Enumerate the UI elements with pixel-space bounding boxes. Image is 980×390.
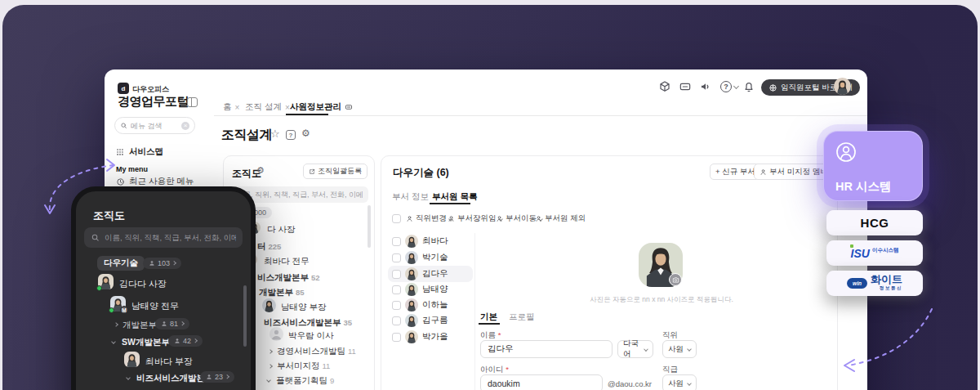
detail-tab-profile[interactable]: 프로필 bbox=[509, 312, 535, 323]
card-icon[interactable] bbox=[679, 80, 692, 93]
member-row-selected[interactable]: 김다우 bbox=[388, 266, 473, 282]
online-status-dot bbox=[96, 285, 102, 291]
member-row[interactable]: 남태양 bbox=[388, 281, 473, 298]
row-checkbox[interactable] bbox=[392, 301, 401, 310]
scrollbar[interactable] bbox=[368, 205, 371, 248]
row-checkbox[interactable] bbox=[392, 316, 401, 325]
toolbar-remove-member[interactable]: 부서원 제외 bbox=[535, 213, 586, 224]
sidebar-item-service-map[interactable]: 서비스맵 bbox=[116, 146, 163, 158]
person-icon bbox=[448, 215, 455, 222]
chevron-down-icon[interactable] bbox=[266, 378, 271, 383]
isu-logo-card[interactable]: ISU 이수시스템 bbox=[826, 240, 923, 266]
camera-icon[interactable] bbox=[669, 273, 682, 286]
help-icon[interactable]: ? bbox=[720, 81, 732, 92]
member-count-badge[interactable]: 103 bbox=[143, 258, 181, 269]
avatar-placeholder bbox=[270, 327, 283, 341]
white-oval-logo: win bbox=[847, 278, 867, 289]
menu-search-box[interactable]: × bbox=[114, 117, 195, 134]
tree-dept-row[interactable]: 개발본부 bbox=[122, 320, 157, 331]
member-row[interactable]: 박기술 bbox=[388, 249, 473, 266]
tree-person-row[interactable]: 김다다 사장 bbox=[119, 278, 167, 290]
id-input[interactable] bbox=[480, 374, 603, 390]
tab-org-design[interactable]: 조직 설계× bbox=[245, 101, 290, 113]
root-org-chip[interactable]: 다우기술 bbox=[97, 256, 145, 271]
tree-dept-row[interactable]: 터225 bbox=[257, 241, 281, 253]
person-icon bbox=[206, 374, 212, 380]
toolbar-delegate-head[interactable]: 부서장위임 bbox=[448, 213, 502, 224]
chevron-down-icon[interactable] bbox=[111, 339, 116, 344]
member-row[interactable]: 김구름 bbox=[388, 312, 473, 329]
chevron-right-icon[interactable] bbox=[114, 322, 118, 327]
tree-person-row[interactable]: 남태양 부장 bbox=[281, 302, 326, 313]
tree-person-row[interactable]: 박우람 이사 bbox=[288, 330, 333, 342]
sidebar-item-recent-menu[interactable]: 최근 사용한 메뉴 bbox=[116, 176, 194, 187]
org-chart-mobile-panel: 조직도 다우기술 103 김다다 사장 M 남태양 전무 개발본부 81 SW개… bbox=[71, 186, 256, 390]
page-settings-gear-icon[interactable]: ⚙ bbox=[301, 128, 310, 139]
row-checkbox[interactable] bbox=[392, 253, 401, 262]
tree-person-row[interactable]: 남태양 전무 bbox=[131, 300, 179, 312]
grade-select[interactable]: 사원 bbox=[662, 374, 697, 390]
toolbar-change-position[interactable]: 직위변경 bbox=[406, 213, 452, 224]
tree-person-row[interactable]: 다 사장 bbox=[267, 224, 295, 235]
scrollbar[interactable] bbox=[243, 285, 247, 347]
member-count-badge[interactable]: 42 bbox=[168, 335, 203, 347]
language-select[interactable]: 다국어 bbox=[617, 340, 653, 358]
clock-icon bbox=[116, 177, 125, 186]
white-logo-card[interactable]: win 화이트 정보통신 bbox=[826, 271, 923, 296]
org-settings-gear-icon[interactable]: ⚙ bbox=[256, 165, 265, 176]
avatar bbox=[262, 298, 276, 312]
tree-team-row[interactable]: 부서미지정11 bbox=[277, 361, 330, 372]
leaf-icon bbox=[850, 244, 853, 248]
member-row[interactable]: 이하늘 bbox=[388, 297, 473, 313]
avatar bbox=[98, 274, 114, 289]
announcement-speaker-icon[interactable] bbox=[699, 80, 712, 93]
row-checkbox[interactable] bbox=[392, 270, 401, 279]
chevron-right-icon[interactable] bbox=[268, 364, 273, 369]
close-icon[interactable]: × bbox=[235, 103, 240, 112]
tree-person-row[interactable]: 최바다 전무 bbox=[264, 256, 309, 267]
mobile-search-box[interactable] bbox=[84, 227, 243, 248]
active-tab-underline bbox=[430, 203, 470, 204]
menu-search-input[interactable] bbox=[131, 122, 178, 130]
position-select[interactable]: 사원 bbox=[662, 340, 697, 358]
apps-cube-icon[interactable] bbox=[658, 80, 671, 93]
page-help-icon[interactable]: ? bbox=[286, 130, 296, 140]
member-count-badge[interactable]: 81 bbox=[155, 318, 189, 329]
member-row[interactable]: 박가을 bbox=[388, 329, 473, 345]
favorite-star-icon[interactable]: ☆ bbox=[270, 128, 280, 140]
tree-dept-row[interactable]: SW개발본부 bbox=[122, 337, 170, 348]
recent-menu-label: 최근 사용한 메뉴 bbox=[129, 176, 194, 187]
tab-member-list[interactable]: 부서원 목록 bbox=[432, 191, 477, 203]
clear-search-icon[interactable]: × bbox=[181, 122, 189, 130]
chevron-down-icon[interactable] bbox=[126, 375, 131, 380]
tree-dept-row[interactable]: 비스개발본부52 bbox=[257, 272, 320, 284]
tab-home[interactable]: 홈× bbox=[223, 101, 239, 113]
bulk-register-button[interactable]: 조직일괄등록 bbox=[303, 164, 368, 179]
person-icon bbox=[406, 215, 413, 222]
tab-employee-info[interactable]: 사원정보관리 bbox=[290, 101, 353, 113]
tree-team-row[interactable]: 경영서비스개발팀11 bbox=[277, 346, 356, 357]
row-checkbox[interactable] bbox=[392, 285, 401, 294]
row-checkbox[interactable] bbox=[392, 237, 401, 246]
tree-dept-row[interactable]: 개발본부85 bbox=[259, 287, 305, 298]
name-input[interactable] bbox=[480, 340, 612, 358]
hr-system-card[interactable]: HR 시스템 bbox=[823, 131, 923, 201]
tab-dept-info[interactable]: 부서 정보 bbox=[392, 191, 429, 203]
hcg-logo-card[interactable]: HCG bbox=[826, 210, 923, 235]
member-count-badge[interactable]: 23 bbox=[200, 371, 234, 383]
member-row[interactable]: 최바다 bbox=[388, 233, 473, 249]
tree-person-row[interactable]: 최바다 부장 bbox=[145, 356, 193, 368]
tree-team-row[interactable]: 플랫폼기획팀9 bbox=[276, 375, 334, 387]
org-search-input[interactable] bbox=[236, 191, 363, 199]
select-all-checkbox[interactable] bbox=[392, 214, 401, 223]
tab-org-design-label: 조직 설계 bbox=[245, 101, 282, 113]
close-icon[interactable]: × bbox=[285, 103, 290, 112]
row-checkbox[interactable] bbox=[392, 333, 401, 342]
service-map-label: 서비스맵 bbox=[129, 146, 163, 158]
bell-icon[interactable] bbox=[742, 80, 755, 93]
user-avatar[interactable] bbox=[834, 78, 851, 95]
mobile-search-input[interactable] bbox=[105, 233, 236, 242]
detail-tab-basic[interactable]: 기본 bbox=[480, 312, 497, 323]
sidebar-collapse-icon[interactable] bbox=[187, 97, 198, 107]
chevron-right-icon[interactable] bbox=[268, 349, 273, 354]
